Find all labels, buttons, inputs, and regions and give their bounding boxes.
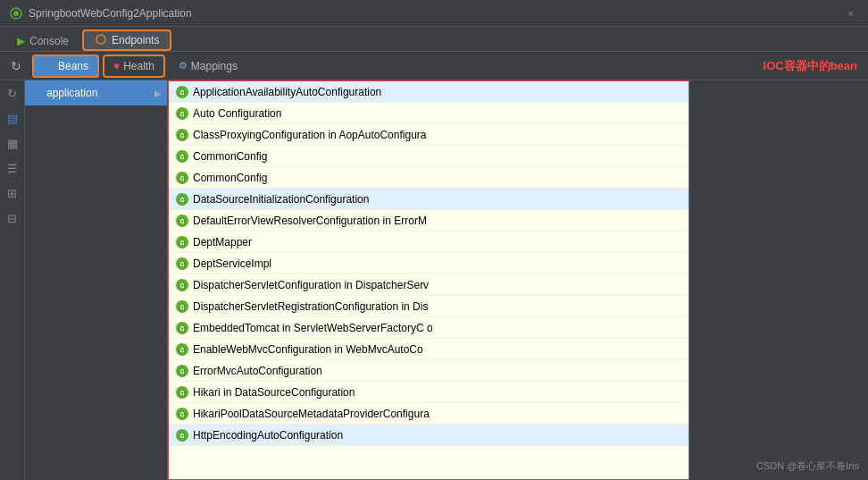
list-item[interactable]: c Hikari in DataSourceConfiguration [169, 382, 689, 403]
tab-console-label: Console [29, 35, 69, 47]
endpoints-icon [95, 33, 107, 48]
list-item[interactable]: c DataSourceInitializationConfiguration [169, 189, 689, 210]
tree-arrow-icon: ▶ [154, 88, 162, 98]
sub-tab-beans-label: Beans [58, 60, 88, 72]
list-item[interactable]: c ClassProxyingConfiguration in AopAutoC… [169, 124, 689, 146]
list-item[interactable]: c DeptServiceImpl [169, 253, 689, 274]
list-item[interactable]: c DispatcherServletConfiguration in Disp… [169, 274, 689, 296]
bean-name: HttpEncodingAutoConfiguration [193, 429, 343, 442]
sidebar-icons: ↻ ▤ ▦ ☰ ⊞ ⊟ [0, 80, 25, 480]
sub-tab-mappings[interactable]: ⚙ Mappings [169, 55, 247, 78]
sidebar-icon-chart[interactable]: ▦ [4, 134, 21, 152]
list-item[interactable]: c DispatcherServletRegistrationConfigura… [169, 296, 689, 317]
bean-name: ErrorMvcAutoConfiguration [193, 365, 322, 377]
bean-type-icon: c [176, 343, 188, 356]
bean-name: DataSourceInitializationConfiguration [193, 193, 369, 206]
bean-type-icon: c [176, 386, 188, 399]
right-panel [689, 80, 868, 480]
bean-type-icon: c [176, 107, 188, 120]
tree-item-label: application [46, 87, 97, 99]
bean-name: ApplicationAvailabilityAutoConfiguration [193, 86, 381, 98]
sidebar-icon-filter[interactable]: ▤ [4, 109, 21, 127]
bean-list-panel: c ApplicationAvailabilityAutoConfigurati… [168, 80, 689, 480]
health-heart-icon: ♥ [113, 60, 120, 72]
bean-name: Auto Configuration [193, 107, 281, 120]
svg-point-2 [96, 35, 105, 44]
close-button[interactable]: × [843, 6, 859, 21]
bean-type-icon: c [176, 429, 188, 442]
bean-name: DispatcherServletConfiguration in Dispat… [193, 279, 429, 291]
body-area: ↻ ▤ ▦ ☰ ⊞ ⊟ application ▶ c ApplicationA… [0, 80, 868, 480]
ioc-label: IOC容器中的bean [764, 58, 857, 74]
sidebar-icon-refresh[interactable]: ↻ [4, 84, 21, 102]
list-item[interactable]: c EnableWebMvcConfiguration in WebMvcAut… [169, 339, 689, 360]
list-item[interactable]: c CommonConfig [169, 167, 689, 189]
bean-name: DeptServiceImpl [193, 257, 271, 270]
bean-name: DeptMapper [193, 236, 252, 248]
tab-endpoints-label: Endpoints [112, 34, 159, 46]
sub-tab-health[interactable]: ♥ Health [103, 55, 165, 78]
bean-name: EnableWebMvcConfiguration in WebMvcAutoC… [193, 343, 423, 356]
sidebar-icon-layers[interactable]: ⊞ [4, 184, 21, 202]
bean-name: Hikari in DataSourceConfiguration [193, 386, 355, 399]
main-content: ↻ Beans ♥ Health ⚙ Mappings IOC容器中的bean [0, 52, 868, 480]
list-item[interactable]: c DeptMapper [169, 232, 689, 253]
console-icon: ▶ [17, 35, 25, 47]
window-title: SpringbootWebConfig2Application [29, 7, 843, 20]
app-icon [9, 6, 23, 21]
tab-endpoints[interactable]: Endpoints [82, 29, 171, 51]
bean-type-icon: c [176, 279, 188, 291]
title-bar: SpringbootWebConfig2Application × [0, 0, 868, 27]
svg-point-4 [46, 63, 51, 67]
bean-type-icon: c [176, 257, 188, 270]
beans-icon [43, 59, 54, 73]
list-item[interactable]: c ErrorMvcAutoConfiguration [169, 360, 689, 382]
bean-name: HikariPoolDataSourceMetadataProviderConf… [193, 408, 430, 420]
bean-type-icon: c [176, 193, 188, 206]
list-item[interactable]: c CommonConfig [169, 146, 689, 167]
tab-console[interactable]: ▶ Console [5, 29, 80, 51]
sub-tab-health-label: Health [123, 60, 154, 72]
sidebar-icon-doc[interactable]: ☰ [4, 159, 21, 177]
bean-name: DefaultErrorViewResolverConfiguration in… [193, 215, 427, 227]
bean-type-icon: c [176, 322, 188, 334]
bean-type-icon: c [176, 150, 188, 163]
bean-name: CommonConfig [193, 150, 267, 163]
bean-name: EmbeddedTomcat in ServletWebServerFactor… [193, 322, 433, 334]
sidebar-icon-table[interactable]: ⊟ [4, 209, 21, 227]
bean-type-icon: c [176, 129, 188, 141]
bean-type-icon: c [176, 172, 188, 184]
bean-type-icon: c [176, 86, 188, 98]
tree-panel: application ▶ [25, 80, 168, 480]
list-item[interactable]: c EmbeddedTomcat in ServletWebServerFact… [169, 317, 689, 339]
sub-tab-mappings-label: Mappings [191, 60, 238, 72]
bean-type-icon: c [176, 215, 188, 227]
bean-type-icon: c [176, 365, 188, 377]
tab-bar: ▶ Console Endpoints [0, 27, 868, 52]
bean-type-icon: c [176, 408, 188, 420]
bean-name: ClassProxyingConfiguration in AopAutoCon… [193, 129, 427, 141]
sub-tab-beans[interactable]: Beans [32, 55, 99, 78]
list-item[interactable]: c HikariPoolDataSourceMetadataProviderCo… [169, 403, 689, 425]
refresh-icon[interactable]: ↻ [7, 57, 25, 75]
tree-item-icon [30, 87, 43, 99]
bean-name: CommonConfig [193, 172, 267, 184]
bean-name: DispatcherServletRegistrationConfigurati… [193, 300, 428, 313]
svg-point-1 [13, 11, 19, 16]
mappings-icon: ⚙ [179, 60, 188, 72]
list-item[interactable]: c DefaultErrorViewResolverConfiguration … [169, 210, 689, 232]
list-item[interactable]: c ApplicationAvailabilityAutoConfigurati… [169, 81, 689, 103]
tree-item-application[interactable]: application ▶ [25, 80, 167, 105]
bean-type-icon: c [176, 236, 188, 248]
sub-tab-bar: ↻ Beans ♥ Health ⚙ Mappings IOC容器中的bean [0, 52, 868, 80]
watermark: CSDN @卷心菜不卷Iris [756, 459, 859, 473]
bean-type-icon: c [176, 300, 188, 313]
list-item[interactable]: c Auto Configuration [169, 103, 689, 124]
list-item[interactable]: c HttpEncodingAutoConfiguration [169, 425, 689, 446]
